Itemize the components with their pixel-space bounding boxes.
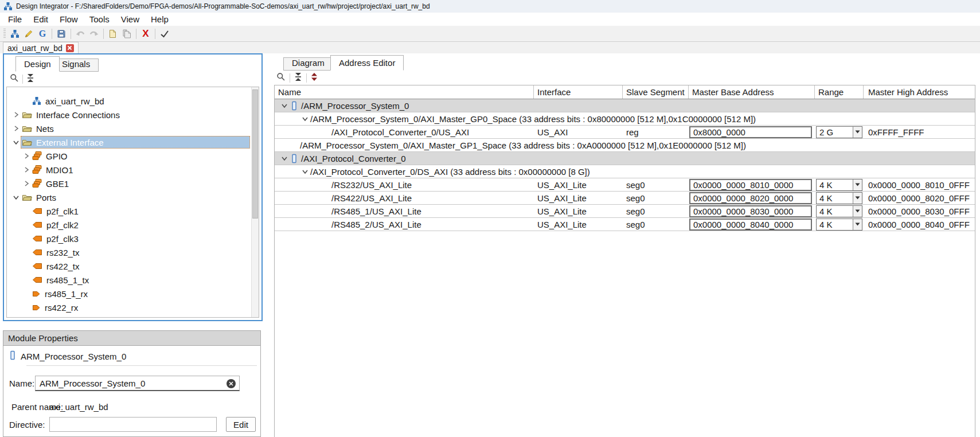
document-tab[interactable]: axi_uart_rw_bd [3,42,79,53]
address-row-segment[interactable]: /RS422/US_AXI_LiteUS_AXI_Liteseg00x0000_… [275,192,975,205]
range-dropdown[interactable]: 4 K [816,179,862,191]
address-row-segment[interactable]: /AXI_Protocol_Converter_0/US_AXIUS_AXIre… [275,126,975,139]
directive-input[interactable] [49,417,217,432]
column-header-interface[interactable]: Interface [534,85,623,99]
menu-edit[interactable]: Edit [28,13,54,26]
master-base-address-input[interactable]: 0x0000_0000_8030_0000 [689,205,812,217]
address-row-segment[interactable]: /RS232/US_AXI_LiteUS_AXI_Liteseg00x0000_… [275,178,975,192]
column-header-master-base-address[interactable]: Master Base Address [689,85,815,99]
redo-icon[interactable] [87,28,101,40]
search-icon[interactable] [10,73,19,85]
master-base-address-input[interactable]: 0x0000_0000_8010_0000 [689,179,812,191]
range-dropdown[interactable]: 4 K [816,192,862,204]
tree-item-p2f-clk3[interactable]: p2f_clk3 [7,232,250,245]
tree-item-gpio[interactable]: GPIO [7,149,250,163]
edit-directive-button[interactable]: Edit [226,417,256,432]
search-icon[interactable] [276,72,286,84]
range-dropdown[interactable]: 4 K [816,219,862,231]
menu-flow[interactable]: Flow [54,13,84,26]
tree-item-rs232-tx[interactable]: rs232_tx [7,245,250,259]
address-row-segment[interactable]: /RS485_1/US_AXI_LiteUS_AXI_Liteseg00x000… [275,205,975,218]
tree-scrollbar-thumb[interactable] [252,89,258,219]
tab-close-icon[interactable] [66,44,74,52]
save-icon[interactable] [54,28,68,40]
menu-help[interactable]: Help [145,13,174,26]
address-row-space[interactable]: /ARM_Processor_System_0/AXI_Master_GP0_S… [275,112,975,126]
tree-item-label: rs422_rx [45,303,78,313]
column-header-slave-segment[interactable]: Slave Segment [623,85,689,99]
master-base-address-input[interactable]: 0x0000_0000_8040_0000 [689,219,812,231]
tree-item-gbe1[interactable]: GBE1 [7,177,250,190]
address-row-segment[interactable]: /RS485_2/US_AXI_LiteUS_AXI_Liteseg00x000… [275,218,975,231]
edit-pencil-icon[interactable] [22,28,36,40]
generate-g-icon[interactable]: G [36,28,49,40]
range-dropdown[interactable]: 2 G [816,126,862,138]
address-row-module[interactable]: /AXI_Protocol_Converter_0 [275,152,975,165]
chevron-down-icon[interactable] [300,115,310,122]
delete-x-icon[interactable]: X [139,28,153,40]
combo-arrow-icon[interactable] [853,193,862,204]
tree-item-rs422-rx[interactable]: rs422_rx [7,301,250,314]
paste-icon[interactable] [120,28,134,40]
tab-address-editor[interactable]: Address Editor [330,55,404,71]
tree-item-mdio1[interactable]: MDIO1 [7,163,250,177]
column-header-master-high-address[interactable]: Master High Address [864,85,975,99]
segment-name: /AXI_Protocol_Converter_0/US_AXI [331,127,469,137]
module-name-input[interactable]: ARM_Processor_System_0 [35,376,240,391]
tree-item-rs422-tx[interactable]: rs422_tx [7,259,250,273]
menu-file[interactable]: File [2,13,28,26]
master-base-address-input[interactable]: 0x8000_0000 [689,126,812,138]
toolbar-separator [22,75,23,84]
chevron-right-icon[interactable] [11,111,21,118]
validate-check-icon[interactable] [158,28,171,40]
chevron-down-icon[interactable] [11,194,21,201]
address-row-module[interactable]: /ARM_Processor_System_0 [275,99,975,112]
address-table: NameInterfaceSlave SegmentMaster Base Ad… [274,85,975,437]
combo-arrow-icon[interactable] [853,206,862,217]
hierarchy-icon[interactable] [8,28,22,40]
tree-item-interface-connections[interactable]: Interface Connections [7,108,250,122]
chevron-down-icon[interactable] [300,168,310,175]
master-base-address-input[interactable]: 0x0000_0000_8020_0000 [689,192,812,204]
module-icon [291,101,298,111]
undo-icon[interactable] [73,28,87,40]
tab-diagram[interactable]: Diagram [283,57,333,71]
segment-name-cell: /RS232/US_AXI_Lite [275,178,534,191]
collapse-all-icon[interactable] [26,73,34,85]
port-output-icon [32,262,42,270]
tree-item-ports[interactable]: Ports [7,190,250,204]
tree-item-rs485-1-tx[interactable]: rs485_1_tx [7,273,250,287]
column-header-range[interactable]: Range [815,85,864,99]
copy-icon[interactable] [106,28,120,40]
chevron-down-icon[interactable] [279,155,290,162]
tree-item-p2f-clk2[interactable]: p2f_clk2 [7,218,250,232]
tree-item-rs485-1-rx[interactable]: rs485_1_rx [7,287,250,301]
edit-button-label: Edit [233,420,248,430]
tab-signals[interactable]: Signals [53,58,99,72]
combo-arrow-icon[interactable] [853,180,862,190]
tree-scrollbar[interactable] [251,87,259,317]
chevron-down-icon[interactable] [279,102,290,109]
combo-arrow-icon[interactable] [853,219,862,230]
chevron-right-icon[interactable] [22,180,31,187]
tree-item-axi-uart-rw-bd[interactable]: axi_uart_rw_bd [7,94,250,108]
address-row-space[interactable]: /AXI_Protocol_Converter_0/DS_AXI (33 add… [275,165,975,178]
chevron-right-icon[interactable] [22,166,31,173]
combo-arrow-icon[interactable] [853,127,862,138]
sort-icon[interactable] [311,72,318,84]
range-dropdown[interactable]: 4 K [816,205,862,217]
menu-view[interactable]: View [115,13,145,26]
chevron-right-icon[interactable] [11,125,21,132]
clear-name-icon[interactable] [226,379,236,391]
address-row-space[interactable]: /ARM_Processor_System_0/AXI_Master_GP1_S… [275,139,975,152]
tree-item-p2f-clk1[interactable]: p2f_clk1 [7,204,250,218]
selected-module-name: ARM_Processor_System_0 [21,352,126,361]
tree-item-external-interface[interactable]: External Interface [7,135,250,149]
column-header-name[interactable]: Name [275,85,534,99]
collapse-all-icon[interactable] [294,72,302,84]
tab-design[interactable]: Design [15,56,60,72]
menu-tools[interactable]: Tools [84,13,115,26]
tree-item-nets[interactable]: Nets [7,122,250,135]
chevron-right-icon[interactable] [22,153,31,159]
chevron-down-icon[interactable] [11,139,21,146]
